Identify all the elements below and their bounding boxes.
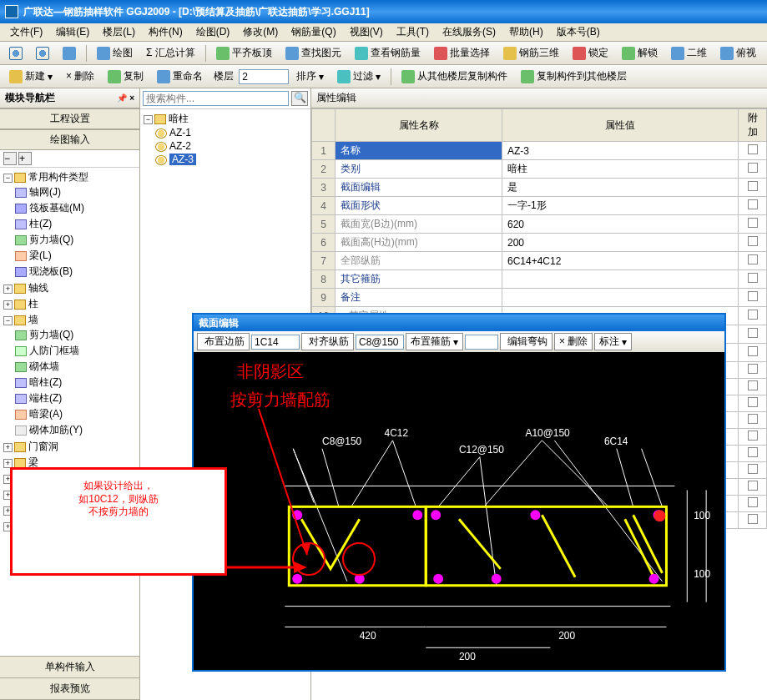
copy-button[interactable]: 复制 xyxy=(102,67,149,86)
attach-checkbox[interactable] xyxy=(739,289,767,307)
attach-checkbox[interactable] xyxy=(739,462,767,479)
toolbar-button[interactable]: 查看钢筋量 xyxy=(349,43,426,63)
property-value[interactable]: 一字-1形 xyxy=(502,197,739,215)
attach-checkbox[interactable] xyxy=(739,446,767,462)
toolbar-button[interactable]: 钢筋三维 xyxy=(497,43,565,63)
tree-item[interactable]: 暗梁(A) xyxy=(29,408,63,420)
attach-checkbox[interactable] xyxy=(739,344,767,362)
expand-icon[interactable]: + xyxy=(3,443,13,452)
tree-item[interactable]: 砌体加筋(Y) xyxy=(29,424,83,436)
menu-item[interactable]: 钢筋量(Q) xyxy=(285,23,342,41)
tree-item[interactable]: 砌体墙 xyxy=(29,360,59,372)
redo-button[interactable] xyxy=(30,44,55,63)
property-value[interactable]: 是 xyxy=(502,179,739,197)
tree-item[interactable]: 端柱(Z) xyxy=(29,392,62,404)
property-row[interactable]: 7全部纵筋6C14+4C12 xyxy=(312,252,767,270)
expand-icon[interactable]: − xyxy=(144,115,153,124)
attach-checkbox[interactable] xyxy=(739,252,767,270)
tree-category[interactable]: 墙 xyxy=(28,314,38,325)
menu-item[interactable]: 编辑(E) xyxy=(49,23,96,41)
component-type-tree[interactable]: −常用构件类型轴网(J)筏板基础(M)柱(Z)剪力墙(Q)梁(L)现浇板(B)+… xyxy=(0,168,139,656)
drawing-button[interactable]: 绘图 xyxy=(91,43,139,63)
tree-root-label[interactable]: 常用构件类型 xyxy=(28,171,88,183)
attach-checkbox[interactable] xyxy=(739,307,767,325)
tree-item[interactable]: 梁(L) xyxy=(29,249,52,261)
toolbar-button[interactable]: 平齐板顶 xyxy=(210,43,278,63)
copy-to-button[interactable]: 复制构件到其他楼层 xyxy=(515,67,633,86)
attach-checkbox[interactable] xyxy=(739,142,767,160)
property-row[interactable]: 6截面高(H边)(mm)200 xyxy=(312,234,767,252)
tree-item[interactable]: 筏板基础(M) xyxy=(29,202,84,214)
section-draw-input[interactable]: 绘图输入 xyxy=(0,129,139,150)
attach-checkbox[interactable] xyxy=(739,234,767,252)
attach-checkbox[interactable] xyxy=(739,197,767,215)
menu-item[interactable]: 在线服务(S) xyxy=(436,23,502,41)
collapse-button[interactable]: − xyxy=(3,152,17,165)
delete-button[interactable]: × 删除 xyxy=(60,67,100,86)
edge-rebar-input[interactable] xyxy=(251,335,300,350)
attach-checkbox[interactable] xyxy=(739,379,767,395)
tree-item[interactable]: 剪力墙(Q) xyxy=(29,329,73,340)
section-editor-title[interactable]: 截面编辑 xyxy=(194,315,724,331)
attach-checkbox[interactable] xyxy=(739,479,767,496)
expand-icon[interactable]: − xyxy=(3,316,13,325)
tree-item[interactable]: 剪力墙(Q) xyxy=(29,234,73,245)
pin-icon[interactable]: 📌 × xyxy=(117,93,134,103)
expand-icon[interactable]: + xyxy=(3,300,13,310)
menu-item[interactable]: 构件(N) xyxy=(142,23,189,41)
mid-tree-root[interactable]: 暗柱 xyxy=(169,113,189,124)
search-button[interactable]: 🔍 xyxy=(291,91,308,106)
align-rebar-input[interactable] xyxy=(356,335,404,350)
component-item[interactable]: AZ-3 xyxy=(169,154,196,165)
menu-item[interactable]: 文件(F) xyxy=(3,23,49,41)
new-button[interactable]: 新建 ▾ xyxy=(3,67,58,86)
attach-checkbox[interactable] xyxy=(739,395,767,412)
toolbar-button[interactable]: 二维 xyxy=(665,43,713,63)
copy-from-button[interactable]: 从其他楼层复制构件 xyxy=(396,67,513,86)
property-row[interactable]: 3截面编辑是 xyxy=(312,179,767,197)
property-value[interactable]: 暗柱 xyxy=(502,160,739,179)
expand-icon[interactable]: + xyxy=(3,285,13,294)
tree-item[interactable]: 现浇板(B) xyxy=(29,265,73,277)
tree-item[interactable]: 人防门框墙 xyxy=(29,345,79,356)
floor-combo[interactable] xyxy=(239,69,289,84)
property-row[interactable]: 4截面形状一字-1形 xyxy=(312,197,767,215)
attach-checkbox[interactable] xyxy=(739,325,767,344)
edit-bend-button[interactable]: 编辑弯钩 xyxy=(500,333,553,350)
attach-checkbox[interactable] xyxy=(739,179,767,197)
toolbar-button[interactable]: 查找图元 xyxy=(280,43,347,63)
attach-checkbox[interactable] xyxy=(739,496,767,512)
property-row[interactable]: 2类别暗柱 xyxy=(312,160,767,179)
attach-checkbox[interactable] xyxy=(739,412,767,429)
align-rebar-button[interactable]: 对齐纵筋 xyxy=(301,333,354,350)
attach-checkbox[interactable] xyxy=(739,270,767,289)
component-item[interactable]: AZ-2 xyxy=(169,140,191,152)
property-row[interactable]: 9备注 xyxy=(312,289,767,307)
component-item[interactable]: AZ-1 xyxy=(169,127,191,138)
menu-item[interactable]: 帮助(H) xyxy=(502,23,550,41)
tree-category[interactable]: 柱 xyxy=(28,298,38,310)
toolbar-button[interactable]: 解锁 xyxy=(616,43,664,63)
attach-checkbox[interactable] xyxy=(739,160,767,179)
tree-category[interactable]: 梁 xyxy=(28,456,38,468)
expand-icon[interactable]: − xyxy=(3,174,13,183)
toolbar-button[interactable]: 俯视 xyxy=(714,43,762,63)
property-value[interactable]: 620 xyxy=(502,215,739,234)
expand-button[interactable]: + xyxy=(18,152,32,165)
annotate-button[interactable]: 标注 ▾ xyxy=(594,333,632,350)
attach-checkbox[interactable] xyxy=(739,429,767,446)
filter-button[interactable]: 过滤 ▾ xyxy=(331,67,386,86)
se-delete-button[interactable]: × 删除 xyxy=(554,333,593,350)
sort-button[interactable]: 排序 ▾ xyxy=(290,67,330,86)
sum-calc-button[interactable]: Σ 汇总计算 xyxy=(140,43,201,63)
menu-item[interactable]: 工具(T) xyxy=(390,23,436,41)
menu-item[interactable]: 楼层(L) xyxy=(96,23,142,41)
layout-edge-rebar-button[interactable]: 布置边筋 xyxy=(197,333,250,350)
rename-button[interactable]: 重命名 xyxy=(151,67,209,86)
tree-item[interactable]: 暗柱(Z) xyxy=(29,376,62,388)
menu-item[interactable]: 视图(V) xyxy=(343,23,390,41)
tree-item[interactable]: 柱(Z) xyxy=(29,218,52,229)
menu-item[interactable]: 绘图(D) xyxy=(189,23,237,41)
property-value[interactable]: 6C14+4C12 xyxy=(502,252,739,270)
search-input[interactable] xyxy=(143,91,289,106)
